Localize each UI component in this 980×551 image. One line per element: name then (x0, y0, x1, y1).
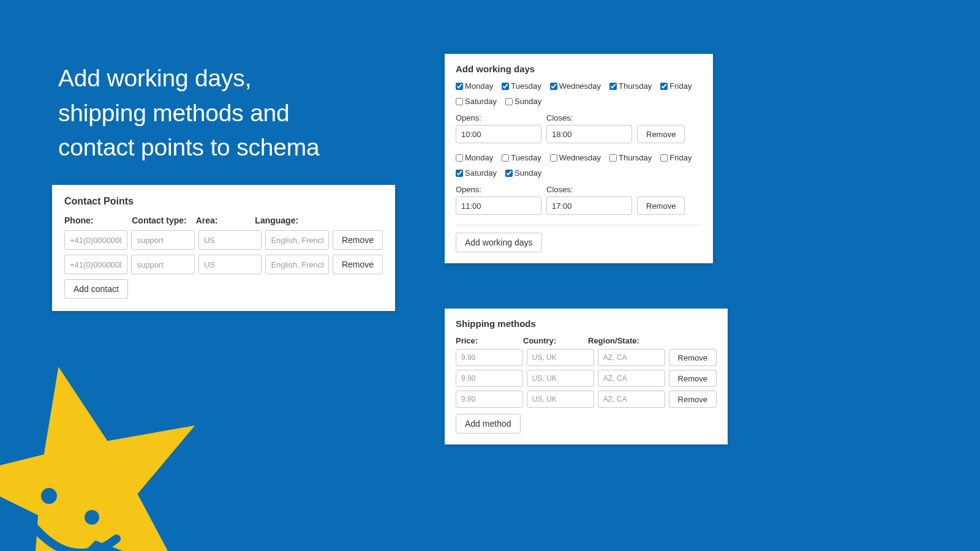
country-input[interactable] (527, 391, 594, 408)
day-label: Saturday (465, 97, 497, 106)
day-checkbox-input[interactable] (502, 154, 509, 162)
remove-working-days-button[interactable]: Remove (637, 197, 685, 215)
day-label: Friday (669, 153, 692, 162)
day-checkbox-saturday[interactable]: Saturday (456, 97, 497, 106)
day-checkbox-wednesday[interactable]: Wednesday (550, 153, 601, 162)
day-label: Wednesday (559, 81, 601, 91)
remove-method-button[interactable]: Remove (669, 370, 717, 387)
heading-line: contact points to schema (58, 130, 320, 165)
language-header: Language: (255, 216, 320, 225)
day-checkbox-thursday[interactable]: Thursday (609, 153, 652, 162)
day-label: Sunday (514, 97, 541, 106)
time-row: Remove (456, 125, 702, 143)
closes-input[interactable] (546, 125, 632, 143)
phone-input[interactable] (64, 255, 127, 274)
remove-working-days-button[interactable]: Remove (637, 125, 685, 143)
country-header: Country: (523, 336, 584, 345)
contact-type-input[interactable] (131, 230, 194, 250)
day-checkbox-input[interactable] (609, 83, 617, 90)
day-checkbox-saturday[interactable]: Saturday (456, 168, 497, 178)
day-checkbox-sunday[interactable]: Sunday (505, 97, 541, 106)
day-label: Saturday (465, 168, 497, 178)
area-input[interactable] (198, 255, 262, 274)
day-checkbox-input[interactable] (505, 170, 513, 177)
remove-method-button[interactable]: Remove (669, 391, 717, 408)
price-header: Price: (456, 336, 519, 345)
day-label: Tuesday (511, 153, 541, 162)
heading-line: shipping methods and (58, 96, 320, 131)
days-row: MondayTuesdayWednesdayThursdayFridaySatu… (456, 81, 702, 106)
day-label: Thursday (619, 81, 652, 91)
contact-row: Remove (64, 255, 383, 274)
opens-input[interactable] (456, 197, 541, 215)
working-days-title: Add working days (456, 64, 702, 74)
country-input[interactable] (527, 349, 594, 366)
country-input[interactable] (527, 370, 594, 387)
add-method-button[interactable]: Add method (456, 414, 521, 433)
remove-contact-button[interactable]: Remove (333, 255, 383, 274)
shipping-methods-panel: Shipping methods Price: Country: Region/… (445, 309, 728, 444)
day-checkbox-tuesday[interactable]: Tuesday (502, 153, 541, 162)
page-heading: Add working days, shipping methods and c… (58, 61, 320, 165)
day-label: Friday (669, 81, 692, 91)
price-input[interactable] (456, 370, 523, 387)
day-checkbox-sunday[interactable]: Sunday (505, 168, 541, 178)
contact-row: Remove (64, 230, 383, 250)
day-checkbox-monday[interactable]: Monday (456, 81, 493, 91)
day-checkbox-thursday[interactable]: Thursday (609, 81, 652, 91)
region-input[interactable] (598, 349, 665, 366)
day-checkbox-input[interactable] (456, 170, 463, 177)
day-label: Monday (465, 153, 493, 162)
day-checkbox-input[interactable] (660, 83, 668, 90)
day-label: Monday (465, 81, 493, 91)
shipping-row: Remove (456, 349, 717, 366)
day-checkbox-friday[interactable]: Friday (660, 153, 692, 162)
day-checkbox-tuesday[interactable]: Tuesday (502, 81, 541, 91)
svg-point-1 (41, 488, 57, 504)
day-checkbox-input[interactable] (456, 154, 463, 162)
area-input[interactable] (198, 230, 262, 250)
heading-line: Add working days, (58, 61, 320, 96)
svg-marker-0 (0, 352, 211, 551)
remove-contact-button[interactable]: Remove (333, 230, 383, 250)
day-label: Thursday (619, 153, 652, 162)
svg-point-2 (85, 510, 99, 525)
day-checkbox-monday[interactable]: Monday (456, 153, 493, 162)
language-input[interactable] (265, 230, 328, 250)
opens-label: Opens: (456, 113, 541, 122)
language-input[interactable] (265, 255, 328, 274)
time-row: Remove (456, 197, 702, 215)
contact-header-row: Phone: Contact type: Area: Language: (64, 216, 383, 225)
price-input[interactable] (456, 349, 523, 366)
contact-points-panel: Contact Points Phone: Contact type: Area… (52, 185, 395, 311)
day-checkbox-input[interactable] (550, 83, 557, 90)
day-checkbox-input[interactable] (456, 98, 463, 105)
remove-method-button[interactable]: Remove (669, 349, 717, 366)
contact-type-input[interactable] (131, 255, 194, 274)
shipping-row: Remove (456, 391, 717, 408)
price-input[interactable] (456, 391, 523, 408)
closes-input[interactable] (546, 197, 632, 215)
add-contact-button[interactable]: Add contact (64, 279, 128, 299)
day-checkbox-wednesday[interactable]: Wednesday (550, 81, 601, 91)
shipping-header-row: Price: Country: Region/State: (456, 336, 717, 345)
opens-label: Opens: (456, 185, 541, 194)
add-working-days-button[interactable]: Add working days (456, 233, 542, 252)
day-checkbox-input[interactable] (505, 98, 513, 105)
star-mascot-icon (0, 352, 211, 551)
shipping-row: Remove (456, 370, 717, 387)
phone-input[interactable] (64, 230, 127, 250)
region-input[interactable] (598, 391, 665, 408)
closes-label: Closes: (546, 113, 632, 122)
day-label: Sunday (514, 168, 541, 178)
contact-points-title: Contact Points (64, 196, 383, 207)
day-checkbox-input[interactable] (502, 83, 509, 90)
day-checkbox-input[interactable] (609, 154, 617, 162)
region-input[interactable] (598, 370, 665, 387)
day-checkbox-input[interactable] (456, 83, 463, 90)
day-checkbox-input[interactable] (660, 154, 668, 162)
day-checkbox-input[interactable] (550, 154, 557, 162)
opens-input[interactable] (456, 125, 541, 143)
day-label: Tuesday (511, 81, 541, 91)
day-checkbox-friday[interactable]: Friday (660, 81, 692, 91)
